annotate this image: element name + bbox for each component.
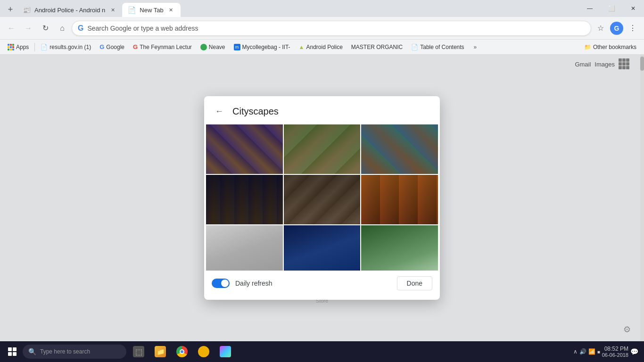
reload-button[interactable]: ↻ bbox=[38, 21, 53, 36]
bookmark-google-label: Google bbox=[106, 44, 124, 50]
bookmark-more-btn[interactable]: » bbox=[470, 42, 481, 52]
bookmark-mycollegebag-label: Mycollegebag - IIT- bbox=[242, 44, 290, 50]
bookmark-feynman[interactable]: G The Feynman Lectur bbox=[129, 41, 196, 52]
daily-refresh-label: Daily refresh bbox=[235, 280, 272, 287]
panel-footer: Daily refresh Done bbox=[204, 271, 440, 292]
daily-refresh-toggle[interactable] bbox=[212, 279, 230, 288]
tray-arrow[interactable]: ∧ bbox=[573, 348, 578, 355]
new-tab-button[interactable]: + bbox=[4, 3, 17, 16]
tab-close-2[interactable]: ✕ bbox=[167, 6, 175, 14]
bookmark-apps[interactable]: Apps bbox=[4, 42, 33, 52]
paint-app-icon bbox=[220, 346, 231, 357]
tab-close-1[interactable]: ✕ bbox=[109, 6, 116, 14]
cityscape-image-6[interactable] bbox=[361, 175, 438, 224]
back-button[interactable]: ← bbox=[4, 21, 19, 36]
taskbar-app-yellow[interactable] bbox=[193, 341, 214, 362]
bookmark-neave[interactable]: Neave bbox=[197, 42, 229, 52]
mycollegebag-favicon: m bbox=[234, 44, 240, 50]
results-icon: 📄 bbox=[41, 44, 48, 50]
google-logo-omnibox: G bbox=[78, 24, 83, 33]
taskbar-task-view[interactable]: ⬚ bbox=[128, 341, 149, 362]
taskbar-app-paint[interactable] bbox=[215, 341, 236, 362]
page-content: Gmail Images Chrome Web Store ⚙ bbox=[0, 55, 644, 341]
google-favicon: G bbox=[99, 43, 104, 50]
bookmark-master-organic[interactable]: MASTER ORGANIC bbox=[347, 42, 406, 52]
maximize-button[interactable]: ⬜ bbox=[601, 0, 622, 17]
clock-date: 06-06-2018 bbox=[602, 352, 628, 358]
tab-favicon-1: 📰 bbox=[23, 6, 31, 14]
start-button[interactable] bbox=[2, 341, 23, 362]
cityscape-image-3[interactable] bbox=[361, 124, 438, 174]
modal-overlay: ← Cityscapes bbox=[0, 55, 644, 341]
profile-avatar[interactable]: G bbox=[610, 22, 623, 35]
toggle-knob bbox=[221, 280, 229, 287]
bm-divider-1 bbox=[34, 43, 35, 51]
folder-icon: 📁 bbox=[584, 44, 591, 50]
close-button[interactable]: ✕ bbox=[622, 0, 644, 17]
yellow-app-icon bbox=[198, 346, 209, 357]
panel-title: Cityscapes bbox=[232, 106, 279, 117]
file-explorer-icon: 📁 bbox=[155, 346, 166, 357]
taskbar-right: ∧ 🔊 📶 ■ 08:52 PM 06-06-2018 💬 bbox=[573, 346, 642, 358]
tab-favicon-2: 📄 bbox=[128, 6, 136, 14]
cityscape-image-9[interactable] bbox=[361, 225, 438, 271]
omnibox[interactable]: G Search Google or type a web address bbox=[72, 21, 591, 36]
address-bar: ← → ↻ ⌂ G Search Google or type a web ad… bbox=[0, 17, 644, 40]
tab-title-1: Android Police - Android n bbox=[34, 7, 105, 14]
done-button[interactable]: Done bbox=[397, 276, 432, 290]
taskbar-search-text: Type here to search bbox=[40, 348, 90, 355]
bookmark-other-label: Other bookmarks bbox=[593, 44, 636, 50]
daily-refresh-area: Daily refresh bbox=[212, 279, 272, 288]
bookmark-android-police-label: Android Police bbox=[306, 44, 342, 50]
bookmark-results[interactable]: 📄 results.gov.in (1) bbox=[37, 42, 95, 52]
taskbar-clock[interactable]: 08:52 PM 06-06-2018 bbox=[602, 346, 628, 358]
address-right-icons: ☆ G ⋮ bbox=[593, 21, 640, 36]
bookmark-feynman-label: The Feynman Lectur bbox=[140, 44, 192, 50]
cityscape-image-5[interactable] bbox=[284, 175, 361, 224]
tab-new-tab[interactable]: 📄 New Tab ✕ bbox=[122, 3, 180, 17]
cityscape-image-7[interactable] bbox=[206, 225, 283, 271]
cityscape-image-4[interactable] bbox=[206, 175, 283, 224]
taskbar-search[interactable]: 🔍 Type here to search bbox=[23, 345, 126, 359]
minimize-button[interactable]: — bbox=[579, 0, 601, 17]
cityscape-image-8[interactable] bbox=[284, 225, 361, 271]
bookmarks-bar: Apps 📄 results.gov.in (1) G Google G The… bbox=[0, 40, 644, 55]
taskbar-chrome[interactable] bbox=[172, 341, 192, 362]
apps-grid-icon bbox=[8, 44, 14, 50]
browser-frame: + 📰 Android Police - Android n ✕ 📄 New T… bbox=[0, 0, 644, 362]
tray-audio[interactable]: 🔊 bbox=[579, 348, 586, 355]
taskbar-file-explorer[interactable]: 📁 bbox=[150, 341, 171, 362]
bookmark-master-organic-label: MASTER ORGANIC bbox=[351, 44, 403, 50]
bookmark-other[interactable]: 📁 Other bookmarks bbox=[580, 42, 640, 52]
home-button[interactable]: ⌂ bbox=[55, 21, 70, 36]
toc-favicon: 📄 bbox=[411, 44, 418, 50]
system-tray: ∧ 🔊 📶 ■ bbox=[573, 348, 600, 355]
cityscapes-panel: ← Cityscapes bbox=[204, 96, 440, 300]
taskbar-search-icon: 🔍 bbox=[28, 348, 36, 355]
bookmark-toc[interactable]: 📄 Table of Contents bbox=[407, 42, 468, 52]
bookmark-results-label: results.gov.in (1) bbox=[50, 44, 91, 50]
bookmark-star-button[interactable]: ☆ bbox=[593, 21, 608, 36]
forward-button[interactable]: → bbox=[21, 21, 36, 36]
tab-android-police[interactable]: 📰 Android Police - Android n ✕ bbox=[17, 3, 122, 17]
omnibox-text: Search Google or type a web address bbox=[87, 25, 585, 32]
chrome-icon bbox=[176, 346, 188, 357]
task-view-icon: ⬚ bbox=[133, 346, 144, 357]
tray-battery[interactable]: ■ bbox=[597, 349, 600, 354]
bookmark-google[interactable]: G Google bbox=[96, 41, 128, 52]
feynman-favicon: G bbox=[133, 43, 138, 50]
android-police-favicon: ▲ bbox=[299, 44, 305, 50]
bookmark-apps-label: Apps bbox=[16, 44, 29, 50]
bookmark-mycollegebag[interactable]: m Mycollegebag - IIT- bbox=[230, 42, 294, 52]
panel-back-button[interactable]: ← bbox=[212, 104, 227, 119]
bookmark-android-police[interactable]: ▲ Android Police bbox=[295, 42, 347, 52]
cityscape-image-2[interactable] bbox=[284, 124, 361, 174]
menu-button[interactable]: ⋮ bbox=[625, 21, 640, 36]
tray-wifi[interactable]: 📶 bbox=[588, 348, 595, 355]
bookmark-neave-label: Neave bbox=[209, 44, 225, 50]
start-icon bbox=[8, 347, 17, 356]
notification-icon[interactable]: 💬 bbox=[630, 348, 638, 355]
taskbar-icons: ⬚ 📁 bbox=[128, 341, 236, 362]
cityscape-image-1[interactable] bbox=[206, 124, 283, 174]
panel-header: ← Cityscapes bbox=[204, 96, 440, 124]
